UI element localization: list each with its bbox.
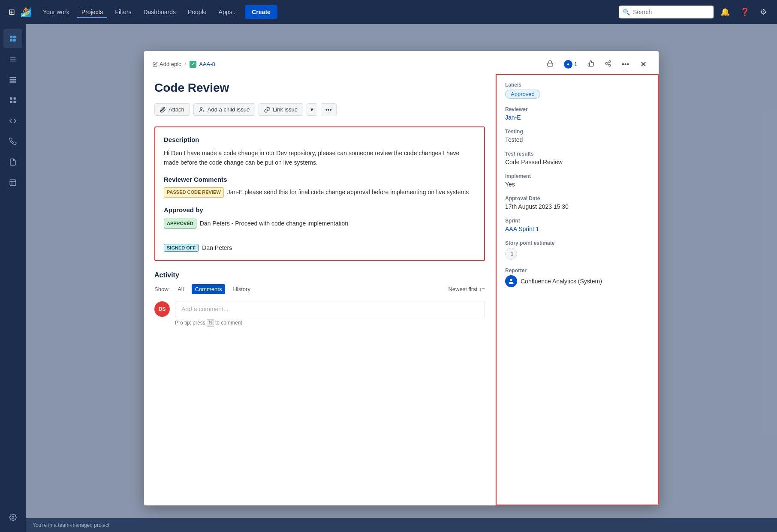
svg-rect-16 (548, 63, 553, 66)
reviewer-comment: PASSED CODE REVIEW Jan-E please send thi… (164, 187, 476, 198)
toolbar-dropdown-button[interactable]: ▾ (307, 103, 317, 116)
attach-button[interactable]: Attach (154, 103, 190, 116)
sidebar-icon-list[interactable] (3, 70, 22, 89)
comment-input[interactable]: Add a comment... (175, 301, 485, 317)
show-label: Show: (154, 286, 170, 292)
svg-rect-1 (13, 36, 16, 38)
jira-logo[interactable]: 🏄 (20, 6, 32, 18)
svg-point-18 (605, 63, 607, 64)
toolbar-more-button[interactable]: ••• (321, 103, 337, 116)
signed-off-text: Dan Peters (202, 244, 232, 251)
approved-by-section: Approved by APPROVED Dan Peters - Procee… (164, 206, 476, 229)
link-issue-button[interactable]: Link issue (259, 103, 303, 116)
more-options-button[interactable]: ••• (619, 59, 632, 70)
pro-tip-text: Pro tip: press M to comment (175, 320, 485, 326)
testing-value: Tested (505, 136, 649, 143)
left-sidebar (0, 24, 26, 532)
modal-left-panel: Code Review Attach Add a child issue (144, 74, 496, 505)
svg-rect-8 (10, 79, 16, 81)
approved-by-title: Approved by (164, 206, 476, 213)
nav-dashboards[interactable]: Dashboards (139, 6, 180, 18)
show-comments-button[interactable]: Comments (192, 284, 226, 294)
notifications-icon[interactable]: 🔔 (717, 5, 733, 19)
reporter-name: Confluence Analytics (System) (521, 278, 602, 285)
svg-rect-11 (14, 97, 16, 99)
approved-by-comment: APPROVED Dan Peters - Proceed with code … (164, 219, 476, 229)
sprint-value[interactable]: AAA Sprint 1 (505, 225, 649, 232)
svg-rect-6 (10, 61, 16, 62)
test-results-heading: Test results (505, 151, 649, 157)
activity-title: Activity (154, 271, 485, 279)
watch-button[interactable]: ● 1 (561, 58, 580, 70)
show-history-button[interactable]: History (229, 284, 253, 294)
watch-icon: ● (564, 60, 572, 69)
sidebar-icon-grid[interactable] (3, 91, 22, 110)
sidebar-icon-board[interactable] (3, 50, 22, 69)
sprint-field: Sprint AAA Sprint 1 (505, 218, 649, 232)
sidebar-icon-code[interactable] (3, 111, 22, 130)
sidebar-icon-phone[interactable] (3, 132, 22, 151)
show-all-button[interactable]: All (174, 284, 187, 294)
nav-apps[interactable]: Apps . (214, 6, 240, 18)
svg-rect-13 (14, 101, 16, 103)
nav-people[interactable]: People (184, 6, 211, 18)
implement-heading: Implement (505, 173, 649, 179)
svg-rect-3 (13, 39, 16, 42)
modal-header: Add epic / ✓ AAA-8 ● 1 (144, 51, 659, 74)
svg-rect-4 (10, 57, 16, 58)
modal-body: Code Review Attach Add a child issue (144, 74, 659, 505)
labels-heading: Labels (505, 82, 649, 88)
share-button[interactable] (602, 58, 614, 70)
help-icon[interactable]: ❓ (737, 5, 753, 19)
nav-projects[interactable]: Projects (77, 6, 108, 18)
svg-line-21 (607, 62, 609, 63)
testing-field: Testing Tested (505, 129, 649, 143)
breadcrumb-separator: / (185, 61, 187, 67)
search-input[interactable] (619, 6, 714, 18)
sidebar-icon-doc[interactable] (3, 153, 22, 171)
create-button[interactable]: Create (245, 5, 277, 19)
nav-your-work[interactable]: Your work (39, 6, 74, 18)
svg-point-19 (609, 64, 611, 66)
grid-icon[interactable]: ⊞ (7, 6, 17, 18)
lock-button[interactable] (544, 58, 556, 70)
approval-date-value: 17th August 2023 15:30 (505, 203, 649, 210)
labels-field: Labels Approved (505, 82, 649, 99)
breadcrumb-edit-epic[interactable]: Add epic (153, 61, 181, 67)
issue-title: Code Review (154, 81, 485, 95)
settings-icon[interactable]: ⚙ (756, 5, 770, 19)
reporter-field: Reporter Confluence Analytics (System) (505, 268, 649, 287)
sidebar-icon-template[interactable] (3, 173, 22, 192)
reviewer-heading: Reviewer (505, 106, 649, 112)
svg-point-22 (200, 107, 202, 109)
bottom-bar: You're in a team-managed project (26, 518, 777, 532)
nav-filters[interactable]: Filters (111, 6, 136, 18)
story-points-field: Story point estimate -1 (505, 240, 649, 260)
reporter-avatar (505, 275, 517, 287)
activity-section: Activity Show: All Comments History Newe… (154, 271, 485, 333)
breadcrumb-issue-link[interactable]: ✓ AAA-8 (190, 61, 215, 68)
add-child-issue-button[interactable]: Add a child issue (193, 103, 255, 116)
search-wrapper: 🔍 (619, 6, 714, 18)
approved-by-text: Dan Peters - Proceed with code change im… (200, 219, 348, 228)
main-area: Add epic / ✓ AAA-8 ● 1 (26, 24, 777, 532)
svg-rect-14 (10, 180, 16, 186)
issue-type-icon: ✓ (190, 61, 196, 68)
description-text: Hi Den I have made a code change in our … (164, 148, 476, 168)
approved-badge: APPROVED (164, 219, 196, 229)
svg-point-15 (12, 517, 14, 519)
like-button[interactable] (585, 58, 597, 70)
bottom-bar-text: You're in a team-managed project (33, 522, 109, 528)
sort-order-label[interactable]: Newest first ↓= (448, 286, 485, 292)
reviewer-value[interactable]: Jan-E (505, 114, 649, 121)
modal-action-bar: ● 1 ••• ✕ (544, 58, 650, 71)
svg-rect-0 (10, 36, 12, 38)
test-results-value: Code Passed Review (505, 159, 649, 165)
description-box: Description Hi Den I have made a code ch… (154, 126, 485, 261)
svg-rect-9 (10, 81, 16, 83)
sidebar-icon-home[interactable] (3, 29, 22, 48)
reviewer-field: Reviewer Jan-E (505, 106, 649, 121)
sidebar-icon-settings[interactable] (3, 508, 22, 527)
reviewer-comment-text: Jan-E please send this for final code ch… (227, 187, 469, 197)
close-button[interactable]: ✕ (637, 58, 650, 71)
